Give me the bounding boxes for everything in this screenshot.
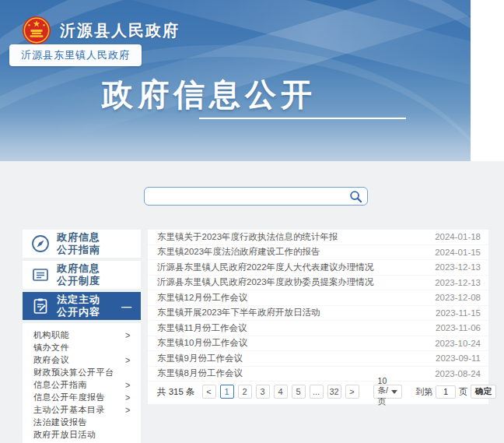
document-row[interactable]: 东里镇12月份工作会议 2023-12-08 [148,290,488,306]
document-date: 2024-01-18 [435,232,481,241]
sidebar-sub-item-label: 主动公开基本目录 [33,404,105,416]
document-date: 2023-12-13 [435,278,481,287]
chevron-right-icon: > [125,404,131,415]
sidebar-sub-item-label: 机构职能 [33,329,69,341]
sidebar: 政府信息 公开指南 政府信息 公开制度 法定主动 公开内容 — [23,230,141,443]
chevron-down-icon [391,390,397,394]
sidebar-sub-item-label: 政府会议 [33,354,69,366]
chevron-right-icon: > [125,392,131,403]
page-number-button[interactable]: 32 [327,385,341,399]
sidebar-sub-item-label: 信息公开指南 [33,379,87,391]
compass-icon [31,234,50,253]
document-date: 2023-09-11 [436,353,481,363]
sidebar-sub-item[interactable]: 财政预决算公开平台 > [23,366,141,378]
document-title[interactable]: 东里镇关于2023年度行政执法信息的统计年报 [157,231,425,243]
goto-prefix-label: 到第 [415,386,432,398]
document-title[interactable]: 沂源县东里镇人民政府2022年度人大代表建议办理情况 [157,262,425,273]
document-date: 2023-12-13 [435,262,481,272]
document-date: 2023-11-06 [436,323,481,332]
national-emblem-icon [22,16,51,45]
chevron-right-icon: > [125,329,131,340]
sidebar-sub-item[interactable]: 政府开放日活动 > [23,428,141,441]
sidebar-sub-item-label: 政府开放日活动 [33,429,96,441]
document-row[interactable]: 东里镇8月份工作会议 2023-08-24 [148,367,488,382]
sidebar-item-label: 政府信息 公开制度 [57,262,100,288]
search-icon [349,190,362,203]
goto-page-group: 到第 页 确定 [415,385,496,399]
site-title: 沂源县人民政府 [60,20,180,41]
document-title[interactable]: 东里镇2023年度法治政府建设工作的报告 [157,246,425,258]
document-date: 2023-12-08 [435,293,481,302]
sidebar-item-label: 政府信息 公开指南 [57,231,100,257]
sidebar-sub-item[interactable]: 机构职能 > [23,329,141,341]
document-date: 2024-01-15 [435,248,481,257]
page-title: 政府信息公开 [102,73,317,116]
document-title[interactable]: 东里镇11月份工作会议 [157,322,426,334]
document-title[interactable]: 东里镇开展2023年下半年政府开放日活动 [157,307,426,318]
site-brand[interactable]: 沂源县人民政府 [22,16,180,45]
page-number-button[interactable]: ... [310,385,324,399]
document-title[interactable]: 东里镇9月份工作会议 [157,353,426,364]
sidebar-sub-list: 机构职能 > 镇办文件 > 政府会议 > 财政预决算公开平台 > 信息公开指南 … [23,323,141,443]
document-row[interactable]: 沂源县东里镇人民政府2023年度政协委员提案办理情况 2023-12-13 [148,276,488,291]
page-size-label: 10 条/页 [378,376,388,407]
goto-suffix-label: 页 [459,386,467,398]
sidebar-sub-item[interactable]: 信息公开指南 > [23,378,141,391]
search-button[interactable] [349,190,362,203]
document-row[interactable]: 东里镇9月份工作会议 2023-09-11 [148,351,488,367]
pagination-bar: 共 315 条 < 1 2 3 4 5 ... 32 > 10 条/页 到第 页… [148,381,488,400]
page-number-button[interactable]: 1 [220,385,234,399]
sidebar-item-rules[interactable]: 政府信息 公开制度 [23,261,141,289]
header-banner: 沂源县人民政府 沂源县东里镇人民政府 政府信息公开 [0,0,471,161]
search-bar [144,187,368,206]
sidebar-sub-item-label: 镇办文件 [33,342,69,353]
next-page-button[interactable]: > [345,385,359,399]
sidebar-item-label: 法定主动 公开内容 [57,294,100,319]
document-row[interactable]: 东里镇关于2023年度行政执法信息的统计年报 2024-01-18 [148,230,488,245]
document-title[interactable]: 东里镇10月份工作会议 [157,337,425,349]
document-row[interactable]: 东里镇2023年度法治政府建设工作的报告 2024-01-15 [148,245,488,261]
document-title[interactable]: 沂源县东里镇人民政府2023年度政协委员提案办理情况 [157,276,425,288]
prev-page-button[interactable]: < [202,385,216,399]
sidebar-item-guide[interactable]: 政府信息 公开指南 [23,230,141,258]
document-list-panel: 东里镇关于2023年度行政执法信息的统计年报 2024-01-18 东里镇202… [148,230,488,404]
document-row[interactable]: 东里镇开展2023年下半年政府开放日活动 2023-11-15 [148,306,488,322]
document-date: 2023-11-15 [436,308,481,318]
goto-confirm-button[interactable]: 确定 [471,385,496,399]
sidebar-sub-item-label: 财政预决算公开平台 [33,367,114,378]
sidebar-sub-item[interactable]: 镇办文件 > [23,341,141,353]
document-row[interactable]: 东里镇10月份工作会议 2023-10-24 [148,336,488,352]
sidebar-item-statutory-disclosure[interactable]: 法定主动 公开内容 — [23,292,141,320]
sidebar-sub-item-label: 法治建设报告 [33,417,87,428]
chevron-right-icon: > [125,354,131,365]
page-number-button[interactable]: 5 [292,385,306,399]
document-row[interactable]: 东里镇11月份工作会议 2023-11-06 [148,321,488,336]
goto-page-input[interactable] [436,385,456,399]
total-count-label: 共 315 条 [157,386,195,398]
sub-site-badge[interactable]: 沂源县东里镇人民政府 [9,44,142,66]
title-underline [199,118,406,119]
search-input[interactable] [151,189,349,203]
collapse-minus-icon[interactable]: — [121,301,135,312]
sidebar-sub-item-label: 信息公开年度报告 [33,392,105,403]
page-number-button[interactable]: 4 [274,385,288,399]
sidebar-sub-item[interactable]: 主动公开基本目录 > [23,403,141,416]
page-number-button[interactable]: 2 [238,385,252,399]
clipboard-pen-icon [31,297,50,315]
sidebar-sub-item[interactable]: 政府会议 > [23,353,141,366]
document-row[interactable]: 沂源县东里镇人民政府2022年度人大代表建议办理情况 2023-12-13 [148,260,488,276]
list-icon [31,265,50,284]
page-size-select[interactable]: 10 条/页 [373,385,402,399]
document-date: 2023-10-24 [435,339,481,348]
page-number-button[interactable]: 3 [256,385,270,399]
sidebar-sub-item[interactable]: 信息公开年度报告 > [23,391,141,403]
chevron-right-icon: > [125,379,131,390]
sidebar-sub-item[interactable]: 法治建设报告 > [23,416,141,428]
document-title[interactable]: 东里镇12月份工作会议 [157,292,425,304]
document-date: 2023-08-24 [435,369,481,378]
